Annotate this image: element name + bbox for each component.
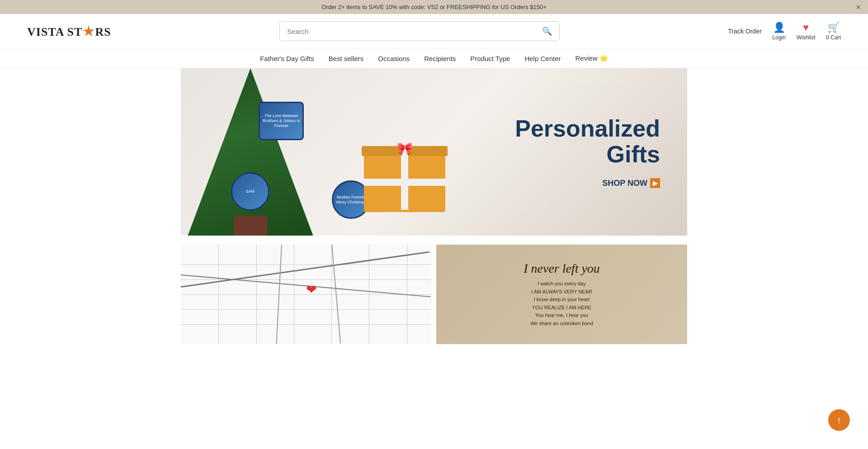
logo-text: VISTA ST★RS <box>27 24 111 39</box>
canvas-sub-line: I know deep in your heart <box>524 296 600 304</box>
canvas-product-card[interactable]: I never left you I watch you every dayI … <box>436 245 687 344</box>
ornament1-text: The Love Between Brothers & Sisters Is F… <box>260 112 302 130</box>
hero-banner: The Love Between Brothers & Sisters Is F… <box>181 68 687 236</box>
login-button[interactable]: 👤 Login <box>773 22 786 41</box>
nav-item-review[interactable]: Review 🌟 <box>575 54 608 62</box>
search-container: 🔍 <box>279 21 560 41</box>
header-right: Track Order 👤 Login ♥ Wishlist 🛒 0 Cart <box>728 22 841 41</box>
canvas-sub-text: I watch you every dayI AM ALWAYS VERY NE… <box>524 280 600 328</box>
heart-icon: ♥ <box>803 22 809 33</box>
announcement-close-button[interactable]: × <box>856 2 861 12</box>
canvas-sub-line: You hear me, I hear you <box>524 312 600 320</box>
cart-label: 0 Cart <box>826 34 841 41</box>
navbar: Father's Day GiftsBest sellersOccasionsR… <box>0 49 868 68</box>
map-visual: ❤ <box>181 245 432 344</box>
track-order-link[interactable]: Track Order <box>728 28 761 35</box>
gift-ribbon-horizontal <box>364 179 445 186</box>
nav-item-occasions[interactable]: Occasions <box>378 55 410 62</box>
logo[interactable]: VISTA ST★RS <box>27 24 111 39</box>
gift-box-body <box>364 154 445 212</box>
ornament2-text: SAM <box>244 187 257 196</box>
logo-part2: RS <box>95 25 111 38</box>
shop-now-button[interactable]: SHOP NOW ▶ <box>602 178 660 188</box>
canvas-sub-line: I watch you every day <box>524 280 600 288</box>
cart-text: Cart <box>830 34 841 41</box>
gift-box: 🎀 <box>364 154 445 222</box>
products-section: ❤ I never left you I watch you every day… <box>181 245 687 344</box>
scroll-to-top-button[interactable]: ↑ <box>828 409 850 431</box>
gift-bow-icon: 🎀 <box>397 142 413 156</box>
search-icon: 🔍 <box>542 27 552 36</box>
shop-now-label: SHOP NOW <box>602 179 647 188</box>
user-icon: 👤 <box>773 22 785 33</box>
tree-trunk <box>234 216 267 236</box>
ornament-sam: SAM <box>231 172 269 211</box>
search-button[interactable]: 🔍 <box>535 22 559 41</box>
map-heart-pin-icon: ❤ <box>306 282 316 297</box>
track-order-label: Track Order <box>728 28 761 35</box>
hero-text: Personalized Gifts SHOP NOW ▶ <box>459 98 687 206</box>
ornament3-text: Besties Forever Merry Christmas <box>333 193 369 207</box>
canvas-visual: I never left you I watch you every dayI … <box>436 245 687 344</box>
nav-item-help-center[interactable]: Help Center <box>524 55 561 62</box>
nav-item-fathers-day[interactable]: Father's Day Gifts <box>260 55 314 62</box>
search-input[interactable] <box>280 22 535 41</box>
logo-star-icon: ★ <box>83 24 94 38</box>
nav-item-recipients[interactable]: Recipients <box>424 55 456 62</box>
canvas-sub-line: I AM ALWAYS VERY NEAR <box>524 288 600 296</box>
header: VISTA ST★RS 🔍 Track Order 👤 Login ♥ <box>0 14 868 49</box>
christmas-tree-icon <box>181 68 320 236</box>
cart-button[interactable]: 🛒 0 Cart <box>826 22 841 41</box>
canvas-sub-line: YOU REALIZE I AM HERE <box>524 304 600 312</box>
map-product-card[interactable]: ❤ <box>181 245 432 344</box>
logo-part1: VISTA ST <box>27 25 82 38</box>
search-form: 🔍 <box>279 21 560 41</box>
announcement-text: Order 2+ items to SAVE 10% with code: VS… <box>321 4 547 10</box>
ornament-brothers-sisters: The Love Between Brothers & Sisters Is F… <box>259 102 304 140</box>
nav-item-best-sellers[interactable]: Best sellers <box>329 55 364 62</box>
cart-icon: 🛒 <box>827 22 840 33</box>
arrow-right-icon: ▶ <box>650 178 660 188</box>
announcement-bar: Order 2+ items to SAVE 10% with code: VS… <box>0 0 868 14</box>
cart-count: 0 <box>826 34 829 41</box>
hero-image-area: The Love Between Brothers & Sisters Is F… <box>181 68 459 236</box>
canvas-main-text: I never left you <box>524 261 600 276</box>
scroll-top-icon: ↑ <box>837 414 842 426</box>
canvas-sub-line: We share an unbroken bond <box>524 320 600 328</box>
wishlist-label: Wishlist <box>797 34 815 41</box>
login-label: Login <box>773 34 786 41</box>
wishlist-button[interactable]: ♥ Wishlist <box>797 22 815 41</box>
hero-title: Personalized Gifts <box>468 116 660 167</box>
nav-item-product-type[interactable]: Product Type <box>470 55 510 62</box>
canvas-text-block: I never left you I watch you every dayI … <box>524 261 600 327</box>
